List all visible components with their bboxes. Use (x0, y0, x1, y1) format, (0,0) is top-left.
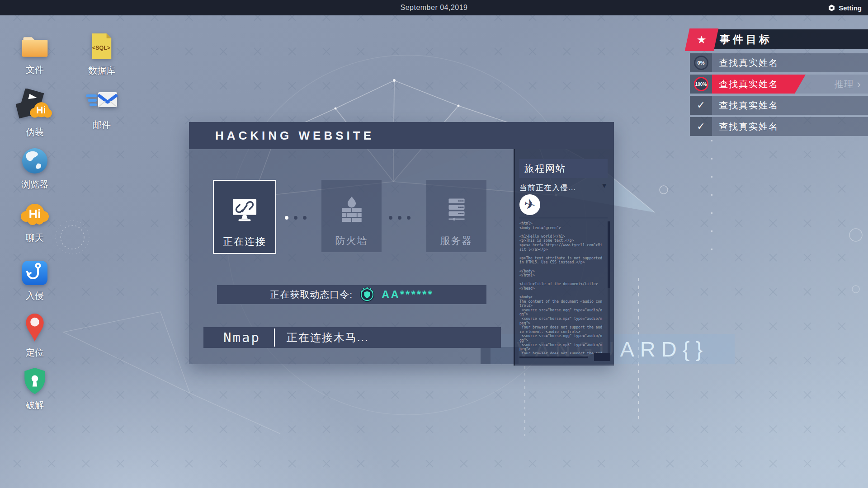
objectives-flag: ★ (685, 28, 719, 51)
objective-label: 查找真实姓名 (719, 99, 778, 112)
svg-text:Hi: Hi (36, 105, 46, 116)
star-icon: ★ (697, 33, 707, 46)
desktop-icon-label: 破解 (26, 399, 44, 411)
mail-envelope-icon (85, 90, 119, 115)
desktop-icon-browser[interactable]: 浏览器 (1, 147, 69, 191)
desktop-icon-label: 伪装 (26, 126, 44, 138)
svg-text:Hi: Hi (29, 207, 41, 221)
desktop-icon-label: 数据库 (88, 65, 115, 77)
panel-divider (519, 218, 608, 218)
globe-icon (21, 147, 48, 174)
objectives-header: 事件目标 ★ (690, 28, 868, 51)
console-status-text: 正在连接木马... (287, 330, 369, 345)
svg-text:<SQL>: <SQL> (92, 45, 110, 51)
deduction-label: 推理 (834, 78, 854, 90)
desktop-icon-label: 入侵 (26, 290, 44, 302)
desktop-icon-crack[interactable]: 破解 (1, 367, 69, 411)
server-icon (444, 195, 469, 223)
password-value: AA****** (382, 288, 434, 301)
objective-label: 查找真实姓名 (719, 78, 778, 90)
teal-shield-badge-icon (359, 286, 375, 303)
system-date: September 04,2019 (0, 4, 868, 12)
objective-progress-badge: 0% (690, 53, 712, 72)
hacking-window-body: 正在连接 防火墙 (189, 149, 614, 364)
objective-row[interactable]: ✓ 查找真实姓名 (690, 96, 868, 115)
step-connecting: 正在连接 (213, 180, 276, 254)
scrollbar-corner[interactable] (594, 353, 610, 361)
step-firewall: 防火墙 (321, 180, 382, 252)
gear-icon (828, 4, 835, 12)
setting-label: Setting (839, 4, 862, 12)
target-site-source-code: <html> <body text="green"> <h1>Hello wor… (519, 221, 603, 354)
objective-label: 查找真实姓名 (719, 121, 778, 133)
desktop-icon-label: 邮件 (93, 119, 111, 131)
desktop-icon-label: 定位 (26, 347, 44, 359)
sql-file-icon: <SQL> (90, 32, 114, 61)
progress-dots (389, 216, 410, 220)
location-pin-icon (24, 313, 46, 343)
objective-progress-badge: 100% (690, 75, 712, 94)
objective-row-active[interactable]: 100% 查找真实姓名 推理 › (690, 75, 868, 94)
code-vertical-scrollbar[interactable] (608, 221, 610, 354)
objective-row[interactable]: ✓ 查找真实姓名 (690, 117, 868, 136)
desktop-icon-label: 聊天 (26, 232, 44, 244)
disguise-hat-icon: Hi (13, 89, 57, 122)
chevron-right-icon: › (857, 78, 862, 90)
chat-bubble-icon: Hi (19, 202, 51, 228)
event-objectives-panel: 事件目标 ★ 0% 查找真实姓名 100% 查找真实姓名 推理 › (690, 28, 868, 136)
desktop-icon-mail[interactable]: 邮件 (68, 90, 136, 131)
target-site-name: 旅程网站 (519, 159, 608, 178)
desktop-icon-database[interactable]: <SQL> 数据库 (68, 32, 136, 77)
check-icon: ✓ (697, 99, 705, 111)
desktop-icon-intrude[interactable]: 入侵 (1, 260, 69, 302)
game-desktop: VANGUARD{} September 04,2019 Setting 文件 … (0, 0, 868, 488)
nmap-console-bar: Nmap 正在连接木马... (203, 327, 501, 348)
folder-icon (19, 33, 50, 60)
step-server: 服务器 (426, 180, 486, 252)
desktop-icon-disguise[interactable]: Hi 伪装 (1, 89, 69, 138)
code-horizontal-scrollbar[interactable] (519, 357, 588, 358)
dropdown-caret-icon[interactable]: ▼ (601, 182, 608, 189)
desktop-icon-chat[interactable]: Hi 聊天 (1, 202, 69, 244)
objective-label: 查找真实姓名 (719, 57, 778, 69)
desktop-icon-label: 浏览器 (21, 178, 48, 191)
intrusion-status-text: 当前正在入侵... (519, 183, 576, 193)
setting-button[interactable]: Setting (828, 0, 862, 15)
target-site-panel: 旅程网站 当前正在入侵... ▼ ✈ <html> <body text="gr… (514, 149, 614, 366)
console-divider (274, 328, 275, 347)
desktop-icon-locate[interactable]: 定位 (1, 313, 69, 359)
hacking-window-title: HACKING WEBSITE (189, 122, 614, 149)
password-label: 正在获取动态口令: (270, 288, 353, 301)
monitor-link-icon (231, 196, 259, 224)
deduction-action-button[interactable]: 推理 › (834, 78, 862, 90)
desktop-icon-label: 文件 (26, 64, 44, 76)
scrollbar-thumb[interactable] (608, 221, 610, 288)
objective-row[interactable]: 0% 查找真实姓名 (690, 53, 868, 72)
objective-done-badge: ✓ (690, 96, 712, 115)
objectives-title: 事件目标 (706, 29, 868, 49)
step-label: 服务器 (440, 234, 473, 248)
progress-ring-0: 0% (694, 56, 708, 70)
dynamic-password-bar: 正在获取动态口令: AA****** (217, 285, 486, 304)
nmap-tool-label: Nmap (223, 330, 260, 345)
desktop-icon-files[interactable]: 文件 (1, 33, 69, 76)
airline-site-logo: ✈ (519, 194, 540, 215)
hacking-window: HACKING WEBSITE 正在连接 (189, 122, 614, 364)
step-label: 正在连接 (223, 235, 266, 249)
step-label: 防火墙 (335, 234, 368, 248)
shield-keyhole-icon (23, 367, 47, 395)
top-bar: September 04,2019 Setting (0, 0, 868, 15)
check-icon: ✓ (697, 121, 705, 132)
progress-dots (285, 216, 307, 220)
progress-ring-100: 100% (694, 77, 708, 91)
firewall-icon (339, 195, 365, 223)
fishing-hook-icon (22, 260, 48, 286)
objective-done-badge: ✓ (690, 117, 712, 136)
airplane-icon: ✈ (523, 197, 537, 213)
